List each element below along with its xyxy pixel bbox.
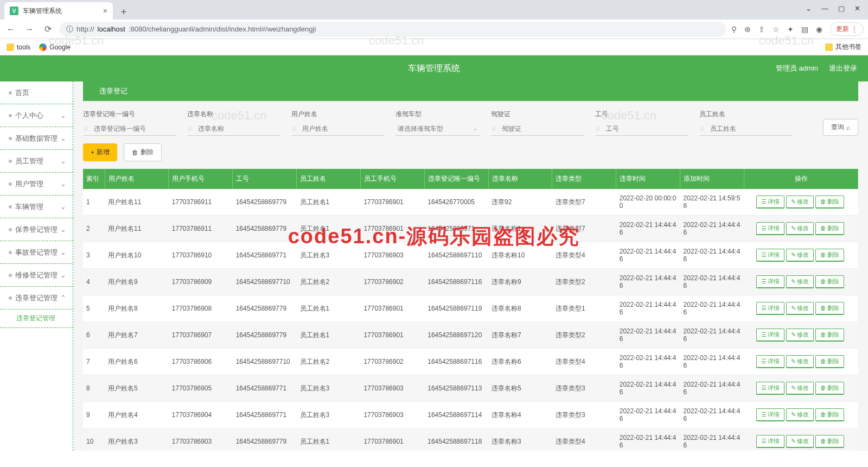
close-icon[interactable]: × bbox=[103, 7, 107, 15]
table-row: 5用户姓名81770378690816454258869779员工姓名11770… bbox=[83, 295, 858, 322]
share-icon[interactable]: ⇪ bbox=[758, 25, 765, 34]
bookmark-label: tools bbox=[17, 43, 30, 51]
row-delete-button[interactable]: 🗑删除 bbox=[815, 408, 844, 421]
filter-license-input[interactable] bbox=[491, 122, 584, 136]
table-cell: 164542588697116 bbox=[424, 349, 488, 375]
table-cell: 违章类型3 bbox=[552, 375, 616, 402]
trash-icon: 🗑 bbox=[820, 278, 826, 285]
row-delete-button[interactable]: 🗑删除 bbox=[815, 249, 844, 262]
browser-tab[interactable]: V 车辆管理系统 × bbox=[4, 2, 113, 20]
table-cell: 2022-02-21 14:44:46 bbox=[680, 428, 744, 451]
filter-empno-input[interactable] bbox=[595, 122, 688, 136]
forward-icon[interactable]: → bbox=[23, 23, 36, 36]
detail-button[interactable]: ☰详情 bbox=[756, 302, 784, 315]
row-delete-button[interactable]: 🗑删除 bbox=[815, 302, 844, 315]
row-delete-button[interactable]: 🗑删除 bbox=[815, 382, 844, 395]
table-cell: 3 bbox=[83, 242, 105, 269]
table-cell: 164542588697710 bbox=[233, 349, 297, 375]
edit-button[interactable]: ✎修改 bbox=[786, 222, 814, 235]
app-header: 车辆管理系统 管理员 admin 退出登录 bbox=[0, 55, 868, 81]
filter-empname-input[interactable] bbox=[699, 122, 793, 136]
detail-button[interactable]: ☰详情 bbox=[756, 382, 784, 395]
sidebar-item[interactable]: 事故登记管理 bbox=[0, 241, 73, 264]
sidebar-item[interactable]: 员工管理 bbox=[0, 150, 73, 173]
profile-icon[interactable]: ◉ bbox=[816, 25, 822, 34]
edit-button[interactable]: ✎修改 bbox=[786, 302, 814, 315]
sidebar-item[interactable]: 个人中心 bbox=[0, 104, 73, 127]
edit-button[interactable]: ✎修改 bbox=[786, 408, 814, 421]
translate-icon[interactable]: ⊛ bbox=[744, 25, 751, 34]
maximize-icon[interactable]: ▢ bbox=[838, 4, 845, 12]
table-cell: 17703786908 bbox=[169, 295, 233, 322]
sidebar-item[interactable]: 保养登记管理 bbox=[0, 218, 73, 241]
edit-button[interactable]: ✎修改 bbox=[786, 355, 814, 368]
table-cell: 违章类型4 bbox=[552, 428, 616, 451]
table-cell: 164542588697113 bbox=[424, 375, 488, 402]
detail-button[interactable]: ☰详情 bbox=[756, 329, 784, 342]
table-cell: 1 bbox=[83, 189, 105, 216]
app-title: 车辆管理系统 bbox=[408, 63, 460, 74]
edit-button[interactable]: ✎修改 bbox=[786, 382, 814, 395]
current-user[interactable]: 管理员 admin bbox=[776, 64, 818, 73]
close-window-icon[interactable]: ✕ bbox=[854, 4, 860, 12]
detail-button[interactable]: ☰详情 bbox=[756, 435, 784, 448]
new-tab-button[interactable]: + bbox=[116, 4, 131, 20]
bookmark-tools[interactable]: tools bbox=[7, 43, 30, 51]
row-delete-button[interactable]: 🗑删除 bbox=[815, 222, 844, 235]
chevron-down-icon[interactable]: ⌄ bbox=[806, 4, 812, 12]
table-cell-ops: ☰详情✎修改🗑删除 bbox=[744, 349, 858, 375]
table-cell: 9 bbox=[83, 402, 105, 428]
row-delete-button[interactable]: 🗑删除 bbox=[815, 329, 844, 342]
row-delete-button[interactable]: 🗑删除 bbox=[815, 435, 844, 448]
sidebar-item[interactable]: 首页 bbox=[0, 81, 73, 104]
bookmark-google[interactable]: Google bbox=[39, 43, 71, 51]
delete-button[interactable]: 🗑删除 bbox=[124, 143, 162, 161]
other-bookmarks[interactable]: 其他书签 bbox=[825, 42, 861, 52]
detail-button[interactable]: ☰详情 bbox=[756, 222, 784, 235]
table-cell: 17703786909 bbox=[169, 269, 233, 295]
sidebar-item[interactable]: 违章登记管理 bbox=[0, 287, 73, 310]
detail-button[interactable]: ☰详情 bbox=[756, 408, 784, 421]
minimize-icon[interactable]: — bbox=[821, 4, 828, 12]
detail-button[interactable]: ☰详情 bbox=[756, 249, 784, 262]
detail-button[interactable]: ☰详情 bbox=[756, 355, 784, 368]
filter-username-input[interactable] bbox=[291, 122, 385, 136]
key-icon[interactable]: ⚲ bbox=[731, 25, 737, 34]
add-label: 新增 bbox=[97, 148, 110, 157]
table-header-cell: 违章类型 bbox=[552, 169, 616, 189]
edit-button[interactable]: ✎修改 bbox=[786, 435, 814, 448]
row-delete-button[interactable]: 🗑删除 bbox=[815, 355, 844, 368]
filter-vehicle-type-select[interactable] bbox=[395, 122, 480, 136]
sidebar-item[interactable]: 基础数据管理 bbox=[0, 127, 73, 150]
edit-button[interactable]: ✎修改 bbox=[786, 329, 814, 342]
sidebar-item[interactable]: 用户管理 bbox=[0, 173, 73, 195]
url-bar[interactable]: ⓘ http://localhost:8080/cheliangguanli/a… bbox=[60, 22, 726, 37]
dot-icon bbox=[9, 114, 12, 117]
star-icon[interactable]: ☆ bbox=[773, 25, 780, 34]
filter-unique-no-input[interactable] bbox=[83, 122, 176, 136]
edit-button[interactable]: ✎修改 bbox=[786, 249, 814, 262]
edit-button[interactable]: ✎修改 bbox=[786, 275, 814, 288]
detail-button[interactable]: ☰详情 bbox=[756, 275, 784, 288]
table-header-cell: 员工姓名 bbox=[297, 169, 361, 189]
panel-icon[interactable]: ▤ bbox=[801, 25, 808, 34]
query-button[interactable]: 查询 ⌕ bbox=[823, 119, 858, 136]
sidebar-item[interactable]: 维修登记管理 bbox=[0, 264, 73, 287]
table-cell: 员工姓名1 bbox=[297, 295, 361, 322]
table-cell: 用户姓名4 bbox=[105, 402, 169, 428]
add-button[interactable]: +新增 bbox=[83, 143, 117, 161]
reload-icon[interactable]: ⟳ bbox=[41, 23, 54, 36]
extensions-icon[interactable]: ✦ bbox=[787, 25, 794, 34]
row-delete-button[interactable]: 🗑删除 bbox=[815, 275, 844, 288]
table-cell: 违章类型2 bbox=[552, 269, 616, 295]
detail-button[interactable]: ☰详情 bbox=[756, 195, 784, 209]
back-icon[interactable]: ← bbox=[4, 23, 17, 36]
sidebar-subitem[interactable]: 违章登记管理 bbox=[0, 310, 73, 328]
logout-link[interactable]: 退出登录 bbox=[829, 64, 857, 73]
sidebar-item[interactable]: 车辆管理 bbox=[0, 195, 73, 218]
update-button[interactable]: 更新⋮ bbox=[830, 22, 864, 36]
table-cell: 员工姓名2 bbox=[297, 269, 361, 295]
filter-violation-name-input[interactable] bbox=[187, 122, 280, 136]
edit-button[interactable]: ✎修改 bbox=[786, 195, 814, 209]
row-delete-button[interactable]: 🗑删除 bbox=[815, 195, 844, 209]
